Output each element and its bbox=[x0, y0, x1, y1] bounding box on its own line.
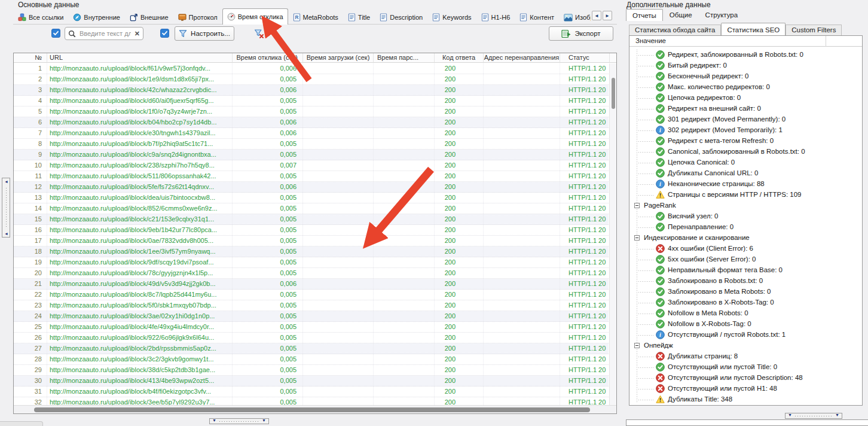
tree-item[interactable]: Цепочка Canonical: 0 bbox=[629, 157, 862, 168]
main-tab-10[interactable]: Контент bbox=[515, 10, 559, 25]
collapse-down-icon[interactable]: ▼ bbox=[262, 418, 266, 422]
tree-item[interactable]: iОтсутствующий / пустой Robots.txt: 1 bbox=[629, 330, 862, 340]
table-row[interactable]: 16http://monzaauto.ru/upload/iblock/9eb/… bbox=[14, 225, 609, 236]
collapse-expander-icon[interactable] bbox=[634, 203, 640, 208]
tree-item[interactable]: Отсутствующий или пустой Title: 0 bbox=[629, 362, 862, 373]
tree-group[interactable]: Онпейдж bbox=[629, 340, 862, 351]
main-tab-6[interactable]: Title bbox=[343, 10, 375, 25]
clear-search-icon[interactable]: ✕ bbox=[135, 30, 140, 38]
vscroll-thumb[interactable] bbox=[612, 78, 615, 109]
main-bottom-splitter[interactable]: ▼ ▼ bbox=[209, 418, 269, 424]
main-tab-2[interactable]: Внешние bbox=[125, 10, 173, 25]
tree-item[interactable]: Битый редирект: 0 bbox=[629, 60, 862, 71]
tree-item[interactable]: 5xx ошибки (Server Error): 0 bbox=[629, 254, 862, 265]
tree-item[interactable]: Страницы с версиями HTTP / HTTPS: 109 bbox=[629, 190, 862, 200]
main-tab-3[interactable]: Протокол bbox=[173, 10, 222, 25]
table-row[interactable]: 6http://monzaauto.ru/upload/iblock/b04/h… bbox=[14, 117, 609, 128]
tree-item[interactable]: Редирект, заблокированный в Robots.txt: … bbox=[629, 50, 862, 60]
search-input[interactable] bbox=[78, 29, 132, 38]
tree-item[interactable]: Редирект с мета-тегом Refresh: 0 bbox=[629, 136, 862, 147]
table-row[interactable]: 25http://monzaauto.ru/upload/iblock/4fe/… bbox=[14, 322, 609, 333]
tabs-scroll-right-button[interactable]: ► bbox=[603, 11, 612, 20]
tree-group[interactable]: Индексирование и сканирование bbox=[629, 233, 862, 244]
table-row[interactable]: 15http://monzaauto.ru/upload/iblock/c21/… bbox=[14, 214, 609, 225]
column-header[interactable]: Время загрузки (сек) bbox=[303, 53, 374, 62]
table-row[interactable]: 8http://monzaauto.ru/upload/iblock/b7f/p… bbox=[14, 139, 609, 150]
main-tab-4[interactable]: Время отклика bbox=[222, 8, 288, 25]
configure-filter-button[interactable]: Настроить... bbox=[175, 26, 234, 41]
column-header[interactable]: Время парс... bbox=[374, 53, 435, 62]
side-bottom-splitter[interactable]: ▼ ▼ bbox=[785, 413, 842, 419]
tree-item[interactable]: Макс. количество редиректов: 0 bbox=[629, 82, 862, 93]
table-row[interactable]: 14http://monzaauto.ru/upload/iblock/852/… bbox=[14, 203, 609, 214]
tree-item[interactable]: Заблокировано в Meta Robots: 0 bbox=[629, 287, 862, 297]
table-row[interactable]: 4http://monzaauto.ru/upload/iblock/d60/a… bbox=[14, 96, 609, 106]
table-row[interactable]: 1http://monzaauto.ru/upload/iblock/f61/v… bbox=[14, 63, 609, 74]
main-tab-9[interactable]: H1-H6 bbox=[476, 10, 515, 25]
table-row[interactable]: 5http://monzaauto.ru/upload/iblock/1f0/o… bbox=[14, 106, 609, 117]
table-row[interactable]: 18http://monzaauto.ru/upload/iblock/1ee/… bbox=[14, 247, 609, 257]
side-subtab-2[interactable]: Custom Filters bbox=[786, 25, 842, 35]
table-row[interactable]: 10http://monzaauto.ru/upload/iblock/238/… bbox=[14, 160, 609, 171]
tabs-scroll-left-button[interactable]: ◄ bbox=[592, 11, 601, 20]
tree-item[interactable]: 4xx ошибки (Client Error): 6 bbox=[629, 244, 862, 254]
hscroll-thumb[interactable] bbox=[34, 407, 590, 412]
column-header[interactable]: Адрес перенаправления bbox=[484, 53, 560, 62]
collapse-down-icon[interactable]: ▼ bbox=[212, 418, 216, 422]
table-horizontal-scrollbar[interactable] bbox=[14, 405, 616, 413]
table-row[interactable]: 3http://monzaauto.ru/upload/iblock/42c/w… bbox=[14, 85, 609, 96]
export-button[interactable]: Экспорт bbox=[549, 26, 613, 41]
table-row[interactable]: 11http://monzaauto.ru/upload/iblock/511/… bbox=[14, 171, 609, 182]
table-vertical-scrollbar[interactable] bbox=[609, 63, 616, 405]
table-row[interactable]: 26http://monzaauto.ru/upload/iblock/922/… bbox=[14, 333, 609, 343]
side-subtab-0[interactable]: Статистика обхода сайта bbox=[629, 25, 721, 35]
table-row[interactable]: 21http://monzaauto.ru/upload/iblock/49d/… bbox=[14, 279, 609, 290]
column-header[interactable]: № bbox=[14, 53, 47, 62]
main-tab-0[interactable]: Все ссылки bbox=[13, 10, 68, 25]
tree-item[interactable]: i302 редирект (Moved Temporarily): 1 bbox=[629, 125, 862, 136]
tree-item[interactable]: Отсутствующий или пустой H1: 48 bbox=[629, 384, 862, 394]
side-subtab-1[interactable]: Статистика SEO bbox=[721, 23, 786, 35]
table-row[interactable]: 17http://monzaauto.ru/upload/iblock/0ae/… bbox=[14, 236, 609, 247]
side-tab-2[interactable]: Структура bbox=[699, 10, 745, 21]
table-row[interactable]: 23http://monzaauto.ru/upload/iblock/5f0/… bbox=[14, 300, 609, 311]
column-header[interactable]: Код ответа bbox=[435, 53, 484, 62]
tree-item[interactable]: Редирект на внешний сайт: 0 bbox=[629, 104, 862, 114]
table-row[interactable]: 28http://monzaauto.ru/upload/iblock/3c2/… bbox=[14, 354, 609, 365]
main-tab-7[interactable]: Description bbox=[375, 10, 427, 25]
collapse-left-icon[interactable]: ◄ bbox=[4, 232, 8, 236]
collapse-down-icon[interactable]: ▼ bbox=[835, 413, 839, 417]
tree-item[interactable]: Дубликаты страниц: 8 bbox=[629, 351, 862, 362]
tree-item[interactable]: Заблокировано в Robots.txt: 0 bbox=[629, 276, 862, 287]
left-panel-splitter[interactable]: ◄ ◄ bbox=[2, 178, 10, 238]
table-row[interactable]: 27http://monzaauto.ru/upload/iblock/2bd/… bbox=[14, 343, 609, 354]
collapse-left-icon[interactable]: ◄ bbox=[4, 179, 8, 184]
tree-item[interactable]: Заблокировано в X-Robots-Tag: 0 bbox=[629, 297, 862, 308]
tree-item[interactable]: Nofollow в Meta Robots: 0 bbox=[629, 308, 862, 319]
main-tab-5[interactable]: RMetaRobots bbox=[288, 10, 343, 25]
collapse-down-icon[interactable]: ▼ bbox=[788, 413, 792, 417]
tree-item[interactable]: Дубликаты Title: 348 bbox=[629, 394, 862, 405]
table-row[interactable]: 7http://monzaauto.ru/upload/iblock/e30/t… bbox=[14, 128, 609, 139]
filter-enabled-checkbox[interactable] bbox=[160, 29, 169, 38]
table-row[interactable]: 20http://monzaauto.ru/upload/iblock/78c/… bbox=[14, 268, 609, 279]
table-row[interactable]: 2http://monzaauto.ru/upload/iblock/1e9/d… bbox=[14, 74, 609, 85]
column-header[interactable]: Время отклика (сек) bbox=[233, 53, 303, 62]
reset-filter-button[interactable] bbox=[251, 26, 266, 41]
search-enabled-checkbox[interactable] bbox=[51, 29, 60, 38]
column-header[interactable]: Статус bbox=[560, 53, 610, 62]
tree-item[interactable]: iНеканонические страницы: 88 bbox=[629, 179, 862, 190]
collapse-expander-icon[interactable] bbox=[634, 235, 640, 241]
table-row[interactable]: 24http://monzaauto.ru/upload/iblock/3ae/… bbox=[14, 311, 609, 322]
tree-item[interactable]: Бесконечный редирект: 0 bbox=[629, 71, 862, 82]
table-row[interactable]: 12http://monzaauto.ru/upload/iblock/5fe/… bbox=[14, 182, 609, 193]
table-row[interactable]: 32http://monzaauto.ru/upload/iblock/3ee/… bbox=[14, 397, 609, 405]
column-header[interactable]: URL bbox=[47, 53, 233, 62]
tree-item[interactable]: Nofollow в X-Robots-Tag: 0 bbox=[629, 319, 862, 330]
main-tab-8[interactable]: Keywords bbox=[427, 10, 476, 25]
tree-item[interactable]: Висячий узел: 0 bbox=[629, 211, 862, 222]
collapse-expander-icon[interactable] bbox=[634, 343, 640, 348]
tree-group[interactable]: PageRank bbox=[629, 200, 862, 211]
table-row[interactable]: 30http://monzaauto.ru/upload/iblock/413/… bbox=[14, 376, 609, 387]
tree-item[interactable]: Цепочка редиректов: 0 bbox=[629, 93, 862, 104]
